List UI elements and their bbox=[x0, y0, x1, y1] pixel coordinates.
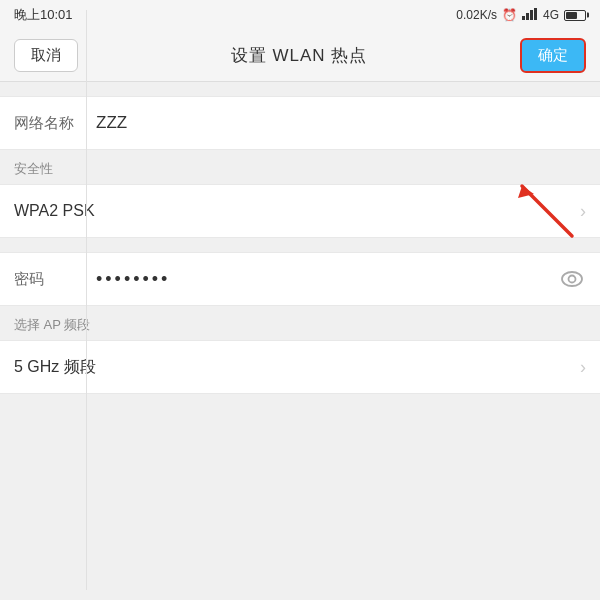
ap-band-section: 选择 AP 频段 5 GHz 频段 › bbox=[0, 306, 600, 394]
ap-band-label: 选择 AP 频段 bbox=[0, 306, 600, 340]
signal-icon bbox=[522, 8, 538, 23]
svg-rect-1 bbox=[526, 13, 529, 20]
battery-icon bbox=[564, 10, 586, 21]
nav-bar: 取消 设置 WLAN 热点 确定 bbox=[0, 30, 600, 82]
security-chevron-icon: › bbox=[580, 201, 586, 222]
ap-band-chevron-icon: › bbox=[580, 357, 586, 378]
show-password-icon[interactable] bbox=[558, 265, 586, 293]
ap-band-option-row[interactable]: 5 GHz 频段 › bbox=[0, 340, 600, 394]
cancel-button[interactable]: 取消 bbox=[14, 39, 78, 72]
content-area: 网络名称 安全性 WPA2 PSK › 密码 bbox=[0, 96, 600, 394]
speed-indicator: 0.02K/s bbox=[456, 8, 497, 22]
status-time: 晚上10:01 bbox=[14, 6, 73, 24]
password-label: 密码 bbox=[14, 270, 86, 289]
svg-point-6 bbox=[562, 272, 582, 286]
password-row: 密码 bbox=[0, 252, 600, 306]
alarm-icon: ⏰ bbox=[502, 8, 517, 22]
svg-rect-3 bbox=[534, 8, 537, 20]
svg-rect-0 bbox=[522, 16, 525, 20]
status-right: 0.02K/s ⏰ 4G bbox=[456, 8, 586, 23]
confirm-button[interactable]: 确定 bbox=[520, 38, 586, 73]
network-name-label: 网络名称 bbox=[14, 114, 86, 133]
svg-rect-2 bbox=[530, 10, 533, 20]
password-input[interactable] bbox=[86, 269, 558, 290]
network-name-row: 网络名称 bbox=[0, 96, 600, 150]
network-name-section: 网络名称 bbox=[0, 96, 600, 150]
security-option-text: WPA2 PSK bbox=[14, 202, 580, 220]
page-title: 设置 WLAN 热点 bbox=[231, 44, 368, 67]
ap-band-option-text: 5 GHz 频段 bbox=[14, 357, 580, 378]
network-name-input[interactable] bbox=[86, 113, 586, 133]
network-type: 4G bbox=[543, 8, 559, 22]
status-bar: 晚上10:01 0.02K/s ⏰ 4G bbox=[0, 0, 600, 30]
password-divider bbox=[86, 10, 87, 590]
password-section: 密码 bbox=[0, 252, 600, 306]
security-label: 安全性 bbox=[0, 150, 600, 184]
security-option-row[interactable]: WPA2 PSK › bbox=[0, 184, 600, 238]
security-section: 安全性 WPA2 PSK › bbox=[0, 150, 600, 238]
svg-point-7 bbox=[569, 276, 576, 283]
